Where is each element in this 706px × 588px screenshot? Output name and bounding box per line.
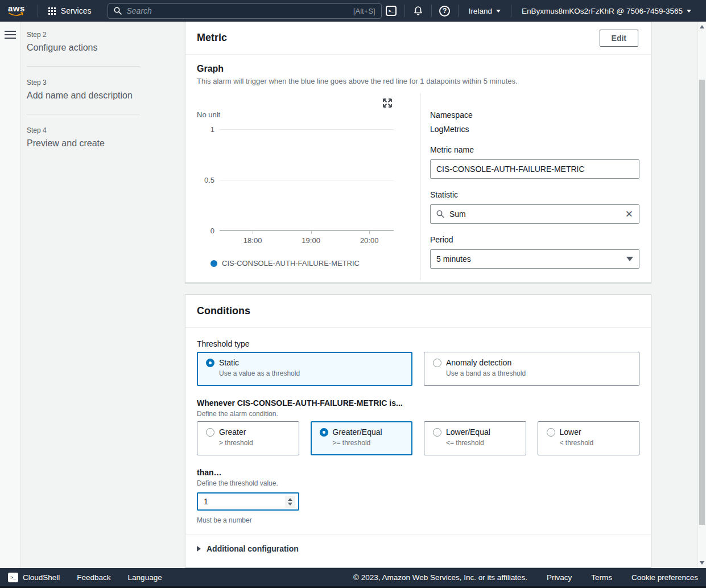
statistic-input[interactable]: Sum ✕ bbox=[430, 204, 639, 224]
option-description: Use a band as a threshold bbox=[446, 369, 630, 377]
y-axis-tick: 0.5 bbox=[204, 176, 214, 184]
stepper-up-icon[interactable] bbox=[288, 498, 292, 501]
metric-name-label: Metric name bbox=[430, 145, 639, 154]
expand-icon bbox=[382, 98, 393, 108]
y-axis-tick: 0 bbox=[210, 227, 214, 235]
stepper-down-icon[interactable] bbox=[288, 503, 292, 505]
radio-icon bbox=[547, 428, 555, 437]
radio-selected-icon bbox=[320, 428, 328, 437]
step-divider bbox=[27, 114, 140, 114]
aws-logo[interactable]: aws bbox=[8, 5, 25, 17]
nav-divider bbox=[404, 5, 405, 17]
main-content: Metric Edit Graph This alarm will trigge… bbox=[185, 22, 651, 568]
caret-down-icon bbox=[496, 10, 501, 13]
hamburger-menu-button[interactable] bbox=[5, 31, 16, 39]
scroll-down-arrow[interactable] bbox=[700, 561, 704, 565]
additional-configuration-label: Additional configuration bbox=[207, 544, 299, 553]
option-label: Lower bbox=[560, 427, 581, 437]
expander-caret-icon bbox=[197, 546, 201, 552]
footer-cloudshell-button[interactable]: >_ CloudShell bbox=[8, 573, 60, 582]
grid-icon bbox=[48, 7, 56, 15]
period-value: 5 minutes bbox=[436, 254, 621, 264]
account-menu[interactable]: EnByxmus8mKOs2rFzKhR @ 7506-7459-3565 bbox=[515, 7, 698, 15]
conditions-card: Conditions Threshold type Static Use a v… bbox=[185, 294, 651, 568]
threshold-option-anomaly-detection[interactable]: Anomaly detection Use a band as a thresh… bbox=[424, 352, 639, 386]
option-label: Lower/Equal bbox=[446, 427, 490, 437]
graph-legend: CIS-CONSOLE-AUTH-FAILURE-METRIC bbox=[210, 259, 420, 268]
vertical-scrollbar[interactable] bbox=[697, 22, 706, 568]
region-selector[interactable]: Ireland bbox=[462, 7, 507, 15]
caret-down-icon bbox=[687, 10, 691, 13]
option-label: Anomaly detection bbox=[446, 358, 511, 367]
conditions-card-title: Conditions bbox=[197, 305, 250, 317]
services-menu-button[interactable]: Services bbox=[42, 6, 98, 15]
step-title-link[interactable]: Configure actions bbox=[27, 43, 185, 53]
additional-configuration-expander[interactable]: Additional configuration bbox=[185, 534, 651, 565]
footer-cookie-preferences-link[interactable]: Cookie preferences bbox=[631, 573, 698, 582]
period-label: Period bbox=[430, 235, 639, 244]
period-select[interactable]: 5 minutes bbox=[430, 249, 639, 269]
aws-smile-icon bbox=[9, 12, 24, 17]
expand-graph-button[interactable] bbox=[382, 98, 393, 108]
radio-icon bbox=[206, 428, 214, 437]
terminal-icon: >_ bbox=[386, 6, 397, 16]
than-description: Define the threshold value. bbox=[197, 479, 639, 487]
step-number: Step 2 bbox=[27, 31, 185, 39]
edit-metric-button[interactable]: Edit bbox=[600, 30, 638, 47]
operator-option-lower-equal[interactable]: Lower/Equal <= threshold bbox=[424, 421, 526, 455]
question-mark-icon: ? bbox=[439, 6, 450, 17]
legend-swatch bbox=[210, 260, 217, 267]
cloudshell-nav-button[interactable]: >_ bbox=[382, 3, 401, 19]
threshold-option-static[interactable]: Static Use a value as a threshold bbox=[197, 352, 412, 386]
x-tick-mark bbox=[253, 231, 253, 234]
bell-icon bbox=[413, 6, 423, 16]
nav-divider bbox=[511, 5, 511, 17]
namespace-value: LogMetrics bbox=[430, 125, 639, 134]
search-shortcut-hint: [Alt+S] bbox=[353, 7, 375, 15]
gridline bbox=[220, 129, 394, 130]
scrollbar-thumb[interactable] bbox=[699, 80, 705, 525]
footer-privacy-link[interactable]: Privacy bbox=[547, 573, 572, 582]
x-axis-tick: 19:00 bbox=[302, 236, 320, 245]
clear-statistic-icon[interactable]: ✕ bbox=[625, 209, 633, 219]
option-label: Greater/Equal bbox=[333, 427, 382, 437]
y-axis-tick: 1 bbox=[210, 125, 214, 134]
operator-option-greater-equal[interactable]: Greater/Equal >= threshold bbox=[311, 421, 413, 455]
wizard-steps-sidebar: Step 2 Configure actions Step 3 Add name… bbox=[22, 22, 185, 568]
scroll-up-arrow[interactable] bbox=[700, 25, 704, 28]
threshold-value-input[interactable]: 1 bbox=[197, 492, 299, 511]
statistic-value: Sum bbox=[449, 209, 620, 219]
metric-card-header: Metric Edit bbox=[185, 22, 651, 55]
operator-option-lower[interactable]: Lower < threshold bbox=[538, 421, 640, 455]
operator-option-greater[interactable]: Greater > threshold bbox=[197, 421, 299, 455]
step-number: Step 3 bbox=[27, 79, 185, 87]
step-divider bbox=[27, 66, 140, 67]
metric-name-input[interactable]: CIS-CONSOLE-AUTH-FAILURE-METRIC bbox=[430, 159, 639, 179]
footer-terms-link[interactable]: Terms bbox=[591, 573, 612, 582]
account-label: EnByxmus8mKOs2rFzKhR @ 7506-7459-3565 bbox=[522, 7, 683, 15]
aws-console-page: aws Services Search [Alt+S] >_ ? bbox=[0, 0, 706, 588]
search-icon bbox=[436, 210, 444, 218]
footer-language-link[interactable]: Language bbox=[128, 573, 162, 582]
x-tick-mark bbox=[369, 231, 370, 234]
step-title-link[interactable]: Preview and create bbox=[27, 138, 185, 149]
plot-area: 1 0.5 0 18:00 19:00 20:00 bbox=[220, 129, 394, 231]
notifications-button[interactable] bbox=[408, 3, 428, 19]
sidebar-step-3: Step 3 Add name and description bbox=[27, 79, 185, 101]
global-search-input[interactable]: Search [Alt+S] bbox=[108, 3, 382, 19]
metric-card-body: Graph This alarm will trigger when the b… bbox=[185, 55, 651, 280]
search-icon bbox=[114, 7, 122, 15]
footer-feedback-link[interactable]: Feedback bbox=[77, 573, 110, 582]
help-button[interactable]: ? bbox=[435, 3, 455, 19]
step-title-link[interactable]: Add name and description bbox=[27, 91, 185, 101]
namespace-label: Namespace bbox=[430, 110, 639, 120]
search-placeholder: Search bbox=[127, 6, 348, 15]
sidebar-step-2: Step 2 Configure actions bbox=[27, 31, 185, 53]
threshold-hint: Must be a number bbox=[197, 516, 639, 524]
option-description: Use a value as a threshold bbox=[219, 369, 403, 377]
number-stepper[interactable] bbox=[285, 496, 295, 508]
alarm-condition-options: Greater > threshold Greater/Equal >= thr… bbox=[197, 421, 639, 455]
unit-label: No unit bbox=[197, 110, 420, 119]
threshold-type-options: Static Use a value as a threshold Anomal… bbox=[197, 352, 639, 386]
x-axis-tick: 18:00 bbox=[243, 236, 262, 245]
